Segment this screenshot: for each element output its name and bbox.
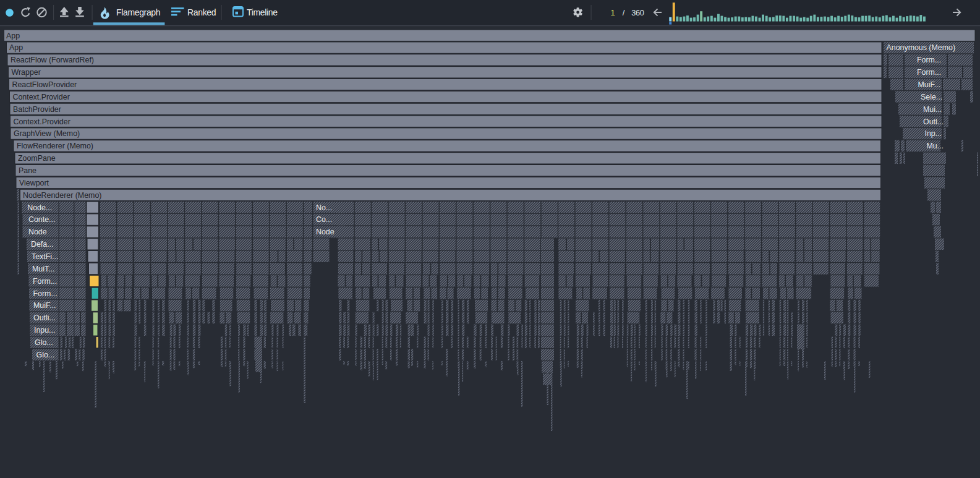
- svg-text:Form...: Form...: [917, 56, 941, 64]
- svg-text:ReactFlow (ForwardRef): ReactFlow (ForwardRef): [11, 56, 94, 64]
- svg-text:App: App: [6, 32, 20, 40]
- svg-text:/: /: [623, 8, 625, 17]
- svg-text:App: App: [9, 43, 23, 52]
- svg-text:Outli...: Outli...: [33, 314, 56, 322]
- svg-text:MuiT...: MuiT...: [32, 265, 55, 273]
- svg-text:Defa...: Defa...: [31, 240, 54, 249]
- svg-text:BatchProvider: BatchProvider: [13, 105, 61, 114]
- svg-text:Glo...: Glo...: [36, 351, 55, 359]
- svg-text:Glo...: Glo...: [35, 338, 53, 347]
- svg-text:Node: Node: [316, 228, 334, 236]
- svg-text:No...: No...: [316, 203, 332, 212]
- svg-text:360: 360: [631, 8, 644, 17]
- svg-text:Anonymous (Memo): Anonymous (Memo): [887, 43, 956, 52]
- svg-text:Flamegraph: Flamegraph: [116, 7, 160, 17]
- svg-text:Wrapper: Wrapper: [12, 68, 41, 77]
- svg-text:Ranked: Ranked: [187, 7, 216, 17]
- svg-text:Timeline: Timeline: [247, 7, 278, 17]
- svg-text:Mu...: Mu...: [927, 142, 944, 150]
- svg-text:Node...: Node...: [27, 203, 52, 212]
- svg-text:NodeRenderer (Memo): NodeRenderer (Memo): [23, 191, 101, 200]
- svg-text:Node: Node: [28, 228, 47, 236]
- svg-text:MuiF...: MuiF...: [918, 80, 941, 89]
- svg-text:1: 1: [610, 8, 615, 17]
- svg-text:MuiF...: MuiF...: [33, 301, 56, 310]
- svg-text:Pane: Pane: [19, 166, 36, 175]
- svg-text:GraphView (Memo): GraphView (Memo): [14, 129, 80, 138]
- svg-text:Context.Provider: Context.Provider: [13, 93, 70, 101]
- svg-text:Mui...: Mui...: [923, 105, 942, 114]
- svg-text:Form...: Form...: [917, 68, 941, 77]
- svg-text:Form...: Form...: [33, 289, 58, 298]
- svg-text:Inp...: Inp...: [925, 129, 942, 138]
- svg-text:Co...: Co...: [316, 215, 332, 224]
- svg-text:Viewport: Viewport: [19, 179, 49, 187]
- svg-text:ReactFlowProvider: ReactFlowProvider: [12, 80, 77, 89]
- svg-text:Context.Provider: Context.Provider: [14, 117, 70, 126]
- svg-text:Form...: Form...: [33, 277, 57, 286]
- svg-text:ZoomPane: ZoomPane: [18, 154, 56, 163]
- svg-text:Inpu...: Inpu...: [34, 326, 55, 335]
- svg-text:FlowRenderer (Memo): FlowRenderer (Memo): [17, 142, 93, 150]
- svg-text:Conte...: Conte...: [28, 215, 55, 224]
- svg-text:Outl...: Outl...: [923, 117, 944, 126]
- svg-text:Sele...: Sele...: [921, 93, 942, 101]
- svg-text:TextFi...: TextFi...: [32, 252, 58, 261]
